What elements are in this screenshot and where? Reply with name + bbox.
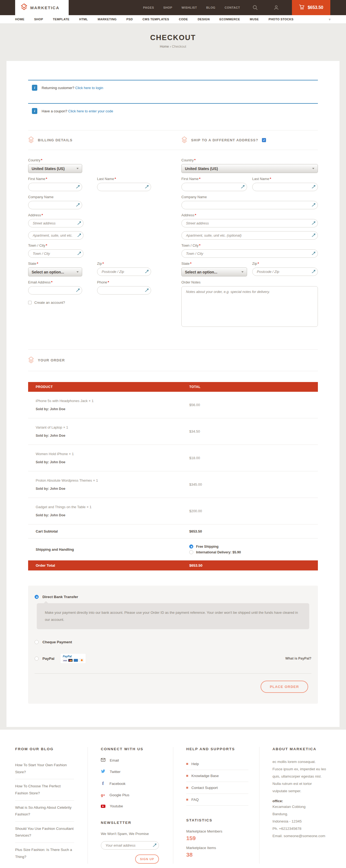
shipping-street-input[interactable] <box>181 219 318 227</box>
office-line: Email. someone@someone.com <box>273 832 331 840</box>
ship-different-address-checkbox[interactable]: ✓ <box>262 138 266 142</box>
shipping-last-name-input[interactable] <box>252 183 318 191</box>
billing-apartment-input[interactable] <box>28 231 83 240</box>
stat-value: 38 <box>186 851 259 858</box>
menu-html[interactable]: HTML <box>79 18 88 21</box>
social-email[interactable]: Email <box>101 758 173 763</box>
radio-free-shipping[interactable] <box>189 545 193 549</box>
shipping-option-free[interactable]: Free Shipping <box>189 545 318 549</box>
breadcrumb-current: Checkout <box>172 45 186 49</box>
shipping-town-label: Town / City* <box>181 243 318 247</box>
shipping-country-select[interactable]: United States (US) <box>181 164 318 173</box>
billing-email-input[interactable] <box>28 286 82 294</box>
social-facebook[interactable]: f Facebook <box>101 781 173 786</box>
help-link[interactable]: Help <box>186 758 248 770</box>
place-order-button[interactable]: PLACE ORDER <box>261 681 308 693</box>
google-plus-icon: g+ <box>101 793 105 797</box>
billing-street-input[interactable] <box>28 219 83 227</box>
billing-company-input[interactable] <box>28 201 82 209</box>
category-menu: HOME SHOP TEMPLATE HTML MARKETING PSD CM… <box>0 15 346 23</box>
shipping-company-label: Company Name <box>181 195 318 199</box>
login-notice-text: Returning customer? <box>42 86 74 90</box>
breadcrumb-home[interactable]: Home <box>160 45 169 49</box>
payment-cheque[interactable]: Cheque Payment <box>35 640 311 644</box>
login-link[interactable]: Click here to login <box>75 86 103 90</box>
blog-link[interactable]: How To Start Your Own Fashion Store? <box>15 758 74 779</box>
autofill-icon <box>312 234 315 238</box>
product-sold-by: Sold by: John Doe <box>36 407 182 411</box>
what-is-paypal-link[interactable]: What is PayPal? <box>285 656 311 660</box>
billing-phone-input[interactable] <box>97 286 151 294</box>
radio-international-delivery[interactable] <box>189 550 193 554</box>
shipping-apartment-input[interactable] <box>181 231 318 240</box>
shipping-first-name-input[interactable] <box>181 183 247 191</box>
payment-paypal[interactable]: PayPal PayPal VISA What is PayPal? <box>35 653 311 663</box>
newsletter-email-input[interactable] <box>101 841 159 849</box>
table-row: Variant of Laptop × 1 Sold by: John Doe … <box>28 418 318 445</box>
blog-link[interactable]: What is So Alluring About Celebrity Fash… <box>15 801 74 822</box>
shipping-company-input[interactable] <box>181 201 318 209</box>
shipping-form: Country* United States (US) First Name* … <box>181 158 318 331</box>
menu-ecommerce[interactable]: ECOMMERCE <box>219 18 240 21</box>
bullet-icon <box>186 799 188 801</box>
billing-section-header: BILLING DETAILS <box>28 136 151 144</box>
newsletter-signup-button[interactable]: SIGN UP <box>135 855 159 864</box>
table-row: Gadget and Things on the Table × 1 Sold … <box>28 498 318 524</box>
order-notes-textarea[interactable] <box>181 286 318 327</box>
shipping-zip-input[interactable] <box>252 268 318 276</box>
social-youtube[interactable]: Youtube <box>101 804 173 808</box>
cart-button[interactable]: $653.50 <box>292 0 330 15</box>
topnav-shop[interactable]: SHOP <box>163 6 172 9</box>
billing-last-name-label: Last Name* <box>97 177 151 181</box>
help-link[interactable]: FAQ <box>186 794 248 806</box>
logo[interactable]: MARKETICA <box>15 0 69 15</box>
menu-marketing[interactable]: MARKETING <box>98 18 116 21</box>
blog-link[interactable]: How To Choose The Perfect Fashion Store? <box>15 779 74 800</box>
radio-bank-transfer[interactable] <box>35 595 39 599</box>
autofill-icon <box>77 234 81 238</box>
help-link[interactable]: Contact Support <box>186 782 248 794</box>
shipping-town-input[interactable] <box>181 249 318 258</box>
billing-first-name-input[interactable] <box>28 183 82 191</box>
user-icon[interactable] <box>270 5 282 10</box>
radio-cheque[interactable] <box>35 640 39 644</box>
topnav-wishlist[interactable]: WISHLIST <box>181 6 197 9</box>
payment-methods: Direct Bank Transfer Make your payment d… <box>28 586 318 704</box>
menu-psd[interactable]: PSD <box>126 18 133 21</box>
menu-code[interactable]: CODE <box>179 18 188 21</box>
billing-country-select[interactable]: United States (US) <box>28 164 82 173</box>
menu-cms-templates[interactable]: CMS TEMPLATES <box>142 18 169 21</box>
billing-phone-label: Phone* <box>97 280 151 284</box>
blog-link[interactable]: Plus Size Fashion: Is There Such a Thing… <box>15 843 74 864</box>
billing-state-select[interactable]: Select an option... <box>28 268 82 276</box>
menu-design[interactable]: DESIGN <box>198 18 210 21</box>
product-total: $18.00 <box>189 456 200 460</box>
topnav-contact[interactable]: CONTACT <box>224 6 240 9</box>
billing-last-name-input[interactable] <box>97 183 151 191</box>
topnav-blog[interactable]: BLOG <box>206 6 215 9</box>
menu-home[interactable]: HOME <box>15 18 25 21</box>
coupon-link[interactable]: Click here to enter your code <box>68 109 113 113</box>
shipping-option-international[interactable]: International Delivery: $5.90 <box>189 550 318 554</box>
menu-muse[interactable]: MUSE <box>250 18 259 21</box>
billing-zip-input[interactable] <box>97 268 151 276</box>
blog-link[interactable]: Should You Use Fashion Consultant Servic… <box>15 822 74 843</box>
menu-template[interactable]: TEMPLATE <box>53 18 69 21</box>
shipping-state-select[interactable]: Select an option... <box>181 268 247 276</box>
help-link[interactable]: Knowladge Base <box>186 770 248 782</box>
social-google-plus[interactable]: g+ Google Plus <box>101 793 173 797</box>
payment-bank-transfer[interactable]: Direct Bank Transfer <box>35 595 311 599</box>
topnav-pages[interactable]: PAGES <box>143 6 154 9</box>
footer-blog-column: FROM OUR BLOG How To Start Your Own Fash… <box>15 747 88 864</box>
create-account-checkbox[interactable] <box>28 301 32 304</box>
radio-paypal[interactable] <box>35 656 39 661</box>
newsletter-tagline: We Won't Spam, We Promise <box>101 832 173 836</box>
menu-shop[interactable]: SHOP <box>34 18 43 21</box>
menu-more-chevron-icon[interactable]: » <box>328 18 332 20</box>
billing-town-input[interactable] <box>28 249 83 258</box>
search-icon[interactable] <box>249 5 261 10</box>
breadcrumb: Home › Checkout <box>0 45 346 49</box>
social-twitter[interactable]: Twitter <box>101 770 173 774</box>
shipping-state-label: State* <box>181 261 247 266</box>
menu-photo-stocks[interactable]: PHOTO STOCKS <box>269 18 293 21</box>
